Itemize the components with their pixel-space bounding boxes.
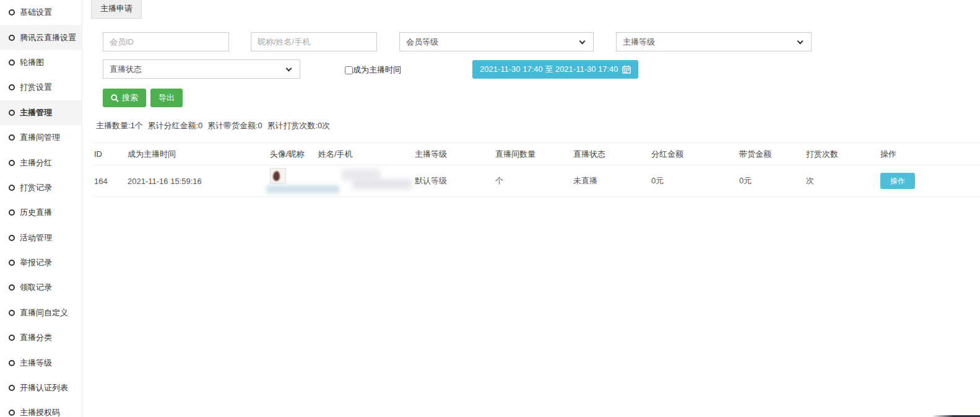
circle-icon: [9, 235, 15, 241]
circle-icon: [9, 160, 15, 166]
sidebar-item-reward-settings[interactable]: 打赏设置: [0, 75, 82, 100]
cell-live-status: 未直播: [572, 165, 650, 197]
cell-room-count: 个: [494, 165, 572, 197]
sidebar-item-label: 主播管理: [20, 107, 52, 118]
main-content: 主播申请 会员等级 主播等级 直播状态 成为主播时间 2021-11-30 17…: [82, 0, 980, 417]
cell-become-time: 2021-11-16 15:59:16: [126, 165, 269, 197]
cell-operation: 操作: [879, 165, 980, 197]
anchor-level-select[interactable]: 主播等级: [616, 32, 812, 51]
header-avatar-nickname: 头像/昵称: [269, 143, 317, 165]
sidebar-item-anchor-levels[interactable]: 主播等级: [0, 350, 82, 375]
circle-icon: [9, 260, 15, 266]
sidebar-item-anchor-dividend[interactable]: 主播分红: [0, 150, 82, 175]
circle-icon: [9, 35, 15, 41]
sidebar-item-basic-settings[interactable]: 基础设置: [0, 0, 82, 25]
sidebar-item-reward-records[interactable]: 打赏记录: [0, 175, 82, 200]
sidebar-item-label: 主播分红: [20, 157, 52, 169]
export-button-label: 导出: [158, 92, 175, 103]
cell-name-phone: [317, 165, 414, 197]
chevron-down-icon: [286, 66, 292, 72]
become-anchor-time-checkbox[interactable]: [345, 66, 353, 74]
header-name-phone: 姓名/手机: [317, 143, 414, 165]
select-value: 会员等级: [406, 37, 438, 48]
select-value: 直播状态: [110, 64, 142, 75]
checkbox-label: 成为主播时间: [353, 64, 401, 76]
sidebar-item-anchor-auth-code[interactable]: 主播授权码: [0, 400, 82, 417]
sidebar-item-label: 直播间管理: [20, 132, 60, 143]
header-id: ID: [93, 143, 126, 165]
tab-anchor-application[interactable]: 主播申请: [91, 0, 142, 19]
stat-total-goods: 累计带货金额:0: [207, 121, 262, 130]
sidebar-item-label: 腾讯云直播设置: [20, 32, 76, 43]
circle-icon: [9, 284, 15, 291]
sidebar-item-label: 活动管理: [20, 232, 52, 244]
circle-icon: [9, 59, 15, 66]
circle-icon: [9, 209, 15, 216]
member-level-select[interactable]: 会员等级: [399, 32, 594, 51]
circle-icon: [9, 84, 15, 90]
sidebar-item-report-records[interactable]: 举报记录: [0, 250, 82, 275]
circle-icon: [9, 310, 15, 316]
circle-icon: [9, 335, 15, 341]
member-id-input[interactable]: [103, 32, 229, 51]
summary-stats: 主播数量:1个 累计分红金额:0 累计带货金额:0 累计打赏次数:0次: [96, 120, 332, 131]
sidebar-item-label: 历史直播: [20, 207, 52, 218]
chevron-down-icon: [797, 38, 804, 45]
cell-anchor-level: 默认等级: [414, 165, 494, 197]
stat-total-dividend: 累计分红金额:0: [147, 121, 202, 130]
sidebar-item-liveroom-management[interactable]: 直播间管理: [0, 125, 82, 150]
calendar-icon: [622, 65, 631, 74]
anchor-table: ID 成为主播时间 头像/昵称 姓名/手机 主播等级 直播间数量 直播状态 分红…: [93, 143, 980, 197]
select-value: 主播等级: [623, 37, 655, 48]
live-status-select[interactable]: 直播状态: [103, 59, 300, 79]
chevron-down-icon: [579, 38, 586, 45]
header-live-status: 直播状态: [572, 143, 650, 165]
header-operation: 操作: [879, 143, 980, 165]
header-goods-amount: 带货金额: [738, 143, 805, 165]
header-anchor-level: 主播等级: [414, 143, 494, 165]
table-header-row: ID 成为主播时间 头像/昵称 姓名/手机 主播等级 直播间数量 直播状态 分红…: [93, 143, 980, 165]
sidebar-item-carousel[interactable]: 轮播图: [0, 50, 82, 75]
date-range-button[interactable]: 2021-11-30 17:40 至 2021-11-30 17:40: [472, 60, 638, 79]
sidebar-item-label: 直播间自定义: [20, 307, 68, 318]
cell-reward-count: 次: [805, 165, 879, 197]
sidebar-item-label: 主播等级: [20, 358, 52, 369]
sidebar-item-activity-management[interactable]: 活动管理: [0, 226, 82, 250]
become-anchor-time-checkbox-row[interactable]: 成为主播时间: [345, 64, 401, 76]
sidebar-item-label: 打赏记录: [20, 182, 52, 193]
header-become-time: 成为主播时间: [126, 143, 269, 165]
stat-total-rewards: 累计打赏次数:0次: [267, 121, 330, 130]
sidebar-item-label: 直播分类: [20, 332, 52, 343]
export-button[interactable]: 导出: [150, 89, 183, 107]
cell-goods-amount: 0元: [738, 165, 805, 197]
sidebar-item-label: 领取记录: [20, 282, 52, 293]
sidebar-item-label: 打赏设置: [20, 82, 52, 93]
sidebar-item-broadcast-cert-list[interactable]: 开播认证列表: [0, 375, 82, 400]
sidebar-item-live-categories[interactable]: 直播分类: [0, 325, 82, 350]
phone-redacted: [352, 179, 412, 189]
row-operation-button[interactable]: 操作: [880, 173, 915, 189]
sidebar-item-anchor-management[interactable]: 主播管理: [0, 100, 82, 125]
search-button-label: 搜索: [122, 92, 138, 103]
avatar-blurred-face: [273, 171, 280, 181]
circle-icon: [9, 134, 15, 141]
circle-icon: [9, 410, 15, 416]
sidebar-item-tencent-live-settings[interactable]: 腾讯云直播设置: [0, 25, 82, 50]
sidebar-item-label: 基础设置: [20, 7, 52, 18]
circle-icon: [9, 360, 15, 366]
cell-dividend-amount: 0元: [650, 165, 738, 197]
sidebar: 基础设置 腾讯云直播设置 轮播图 打赏设置 主播管理 直播间管理 主播分红 打赏…: [0, 0, 82, 417]
sidebar-item-live-history[interactable]: 历史直播: [0, 200, 82, 225]
header-dividend-amount: 分红金额: [650, 143, 738, 165]
circle-icon: [9, 110, 15, 116]
nickname-name-phone-input[interactable]: [251, 32, 377, 51]
stat-anchor-count: 主播数量:1个: [96, 121, 143, 130]
sidebar-item-liveroom-custom[interactable]: 直播间自定义: [0, 301, 82, 325]
header-reward-count: 打赏次数: [805, 143, 879, 165]
date-range-text: 2021-11-30 17:40 至 2021-11-30 17:40: [480, 64, 618, 75]
cell-id: 164: [93, 165, 126, 197]
sidebar-item-claim-records[interactable]: 领取记录: [0, 275, 82, 300]
avatar: [270, 168, 286, 184]
cell-avatar-nickname: [269, 165, 317, 197]
search-button[interactable]: 搜索: [103, 89, 146, 107]
